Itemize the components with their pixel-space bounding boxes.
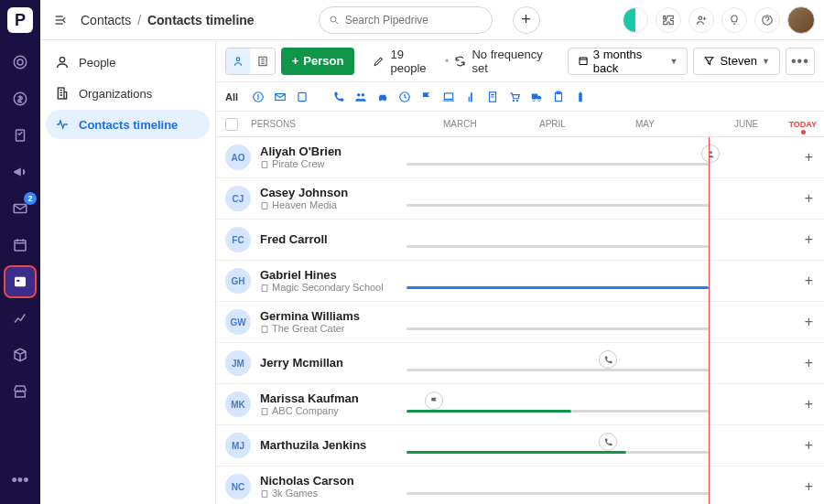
app-logo[interactable]: P <box>7 7 33 33</box>
nav-contacts-icon[interactable] <box>5 267 35 296</box>
theme-icon[interactable] <box>623 7 648 33</box>
avatar: AO <box>225 145 251 170</box>
filter-note-icon[interactable] <box>295 90 309 104</box>
filter-dollar-icon[interactable] <box>251 90 266 104</box>
filter-mail-icon[interactable] <box>273 90 287 104</box>
table-row[interactable]: GH Gabriel Hines Magic Secondary School … <box>216 261 824 302</box>
add-activity-button[interactable]: + <box>805 396 813 413</box>
timeline-track <box>407 302 815 342</box>
add-activity-button[interactable]: + <box>805 355 813 371</box>
user-avatar[interactable] <box>787 6 815 34</box>
add-activity-button[interactable]: + <box>805 149 813 166</box>
nav-more-icon[interactable]: ••• <box>5 466 35 495</box>
add-activity-button[interactable]: + <box>805 273 813 289</box>
table-row[interactable]: MJ Marthuzila Jenkins + <box>216 425 824 466</box>
breadcrumb: Contacts / Contacts timeline <box>81 13 255 27</box>
filter-truck-icon[interactable] <box>529 90 544 104</box>
activity-filter-row: All <box>216 82 824 112</box>
person-name[interactable]: Marissa Kaufman <box>260 391 407 406</box>
today-dot <box>801 130 806 134</box>
nav-clipboard-icon[interactable] <box>5 121 35 150</box>
puzzle-icon[interactable] <box>656 7 681 33</box>
person-name[interactable]: Fred Carroll <box>260 232 407 247</box>
filter-battery-icon[interactable] <box>573 90 588 104</box>
svg-point-21 <box>380 99 382 101</box>
nav-store-icon[interactable] <box>5 377 35 406</box>
help-icon[interactable] <box>754 7 780 33</box>
svg-rect-38 <box>262 326 267 332</box>
person-name[interactable]: Nicholas Carson <box>260 474 407 488</box>
svg-point-29 <box>538 99 540 101</box>
add-activity-button[interactable]: + <box>805 478 813 495</box>
collapse-sidebar-button[interactable] <box>49 9 71 31</box>
table-row[interactable]: JM Jerry Mcmillan + <box>216 343 824 384</box>
nav-box-icon[interactable] <box>5 340 35 370</box>
svg-rect-3 <box>16 130 25 141</box>
person-org: 3k Games <box>260 488 407 499</box>
add-activity-button[interactable]: + <box>805 437 813 454</box>
select-all-checkbox[interactable] <box>225 118 238 131</box>
flag-marker-icon[interactable] <box>425 391 443 410</box>
filter-clipboard-icon[interactable] <box>551 90 566 104</box>
person-name[interactable]: Jerry Mcmillan <box>260 356 407 370</box>
svg-point-1 <box>17 59 23 65</box>
add-activity-button[interactable]: + <box>805 231 813 248</box>
table-row[interactable]: MK Marissa Kaufman ABC Company + <box>216 384 824 425</box>
frequency-selector[interactable]: No frequency set <box>454 48 556 75</box>
filter-car-icon[interactable] <box>375 90 390 104</box>
person-org: The Great Cater <box>260 323 407 335</box>
filter-cart-icon[interactable] <box>507 90 522 104</box>
filter-flag-icon[interactable] <box>419 90 434 104</box>
person-name[interactable]: Aliyah O'Brien <box>260 145 407 159</box>
add-activity-button[interactable]: + <box>805 190 813 207</box>
table-row[interactable]: CJ Casey Johnson Heaven Media + <box>216 178 824 220</box>
nav-chart-icon[interactable] <box>5 304 35 333</box>
filter-call-icon[interactable] <box>331 90 346 104</box>
table-row[interactable]: AO Aliyah O'Brien Pirate Crew + <box>216 137 824 178</box>
filter-doc-icon[interactable] <box>485 90 500 104</box>
timerange-selector[interactable]: 3 months back ▼ <box>568 48 688 75</box>
nav-mail-icon[interactable]: 2 <box>5 194 35 223</box>
person-marker-icon[interactable] <box>701 145 720 163</box>
nav-megaphone-icon[interactable] <box>5 157 35 187</box>
table-row[interactable]: NC Nicholas Carson 3k Games + <box>216 466 824 504</box>
filter-laptop-icon[interactable] <box>441 90 456 104</box>
filter-all[interactable]: All <box>225 91 238 102</box>
breadcrumb-root[interactable]: Contacts <box>81 13 131 27</box>
nav-target-icon[interactable] <box>5 48 35 77</box>
svg-rect-18 <box>298 92 306 101</box>
person-name[interactable]: Casey Johnson <box>260 186 407 200</box>
search-input[interactable] <box>345 14 482 27</box>
person-name[interactable]: Marthuzila Jenkins <box>260 438 407 453</box>
add-activity-button[interactable]: + <box>805 314 813 330</box>
sidebar-item-timeline[interactable]: Contacts timeline <box>46 110 210 139</box>
person-name[interactable]: Germina Williams <box>260 309 407 324</box>
view-org-icon[interactable] <box>250 48 274 74</box>
more-button[interactable]: ••• <box>786 48 815 75</box>
sidebar-item-people[interactable]: People <box>46 48 210 77</box>
avatar: FC <box>225 227 251 252</box>
mail-badge: 2 <box>24 192 37 205</box>
phone-marker-icon[interactable] <box>599 350 617 369</box>
nav-dollar-icon[interactable] <box>5 84 35 113</box>
svg-point-35 <box>710 151 712 154</box>
view-person-icon[interactable] <box>226 48 250 74</box>
table-row[interactable]: FC Fred Carroll + <box>216 220 824 261</box>
filter-clock-icon[interactable] <box>397 90 412 104</box>
filter-meeting-icon[interactable] <box>353 90 368 104</box>
people-count[interactable]: 19 people <box>373 48 439 75</box>
user-filter[interactable]: Steven ▼ <box>693 48 779 75</box>
add-person-button[interactable]: + Person <box>281 48 355 75</box>
timeline-track <box>407 178 815 219</box>
sidebar-item-organizations[interactable]: Organizations <box>46 79 210 108</box>
sidebar-item-label: Contacts timeline <box>79 118 178 132</box>
person-name[interactable]: Gabriel Hines <box>260 268 407 283</box>
phone-marker-icon[interactable] <box>599 433 617 451</box>
table-row[interactable]: GW Germina Williams The Great Cater + <box>216 302 824 343</box>
filter-food-icon[interactable] <box>463 90 478 104</box>
search-box[interactable] <box>319 6 493 34</box>
invite-icon[interactable] <box>688 7 714 33</box>
global-add-button[interactable]: + <box>513 6 540 34</box>
nav-calendar-icon[interactable] <box>5 231 35 260</box>
lightbulb-icon[interactable] <box>721 7 747 33</box>
